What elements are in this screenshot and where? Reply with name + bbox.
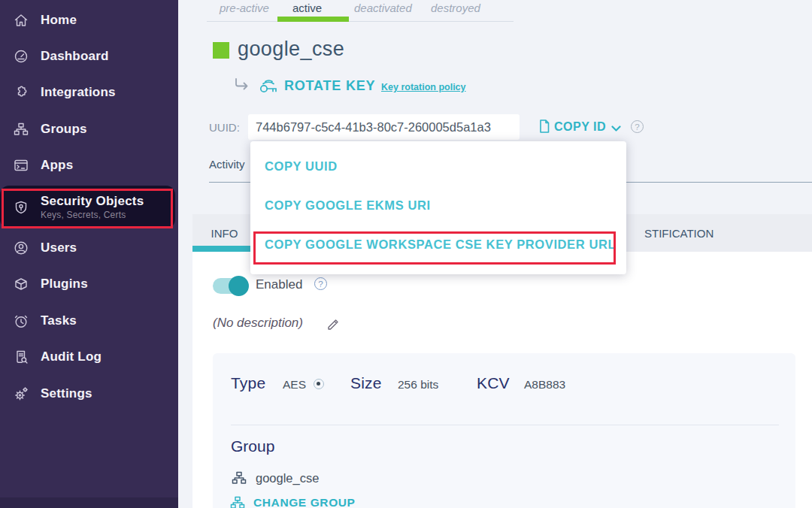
sidebar-item-home[interactable]: Home (13, 8, 77, 33)
uuid-value-field[interactable]: 744b6797-c5c4-41b3-80c7-260005d5a1a3 (248, 114, 520, 140)
type-label: Type (231, 374, 265, 392)
state-tab-deactivated[interactable]: deactivated (354, 2, 412, 14)
enabled-label: Enabled (256, 277, 302, 292)
sidebar-item-apps[interactable]: Apps (13, 153, 73, 178)
sidebar-item-label: Tasks (41, 313, 77, 328)
group-tree-icon (231, 470, 247, 486)
edit-pencil-icon[interactable] (326, 316, 341, 331)
group-row: google_cse (231, 470, 319, 486)
help-icon[interactable]: ? (314, 277, 327, 290)
sidebar-item-label: Apps (41, 158, 73, 173)
audit-log-icon (13, 349, 29, 365)
copy-icon[interactable] (537, 118, 552, 135)
tasks-icon (13, 313, 29, 329)
enabled-toggle[interactable] (213, 278, 247, 294)
copy-id-button[interactable]: COPY ID (554, 120, 606, 134)
sidebar-item-users[interactable]: Users (13, 235, 77, 261)
menu-item-copy-uuid[interactable]: COPY UUID (265, 159, 338, 176)
change-group-label: CHANGE GROUP (253, 496, 356, 508)
settings-icon (13, 386, 29, 402)
sidebar-item-label: Users (41, 240, 77, 256)
sidebar-item-settings[interactable]: Settings (13, 381, 92, 407)
change-group-button[interactable]: CHANGE GROUP (229, 494, 356, 508)
plugins-icon (13, 276, 29, 292)
app-root: Home Dashboard Integrations Groups Apps … (0, 0, 812, 508)
sidebar-item-label: Dashboard (41, 49, 109, 64)
state-tab-pre-active[interactable]: pre-active (220, 2, 269, 14)
sidebar-item-label: Groups (41, 122, 87, 137)
uuid-label: UUID: (209, 121, 240, 134)
description-placeholder: (No description) (213, 316, 303, 331)
sidebar-footer-strip (0, 497, 178, 508)
sidebar: Home Dashboard Integrations Groups Apps … (0, 0, 178, 508)
sidebar-item-label: Integrations (41, 85, 116, 100)
chevron-down-icon[interactable] (611, 125, 621, 132)
key-rotation-policy-link[interactable]: Key rotation policy (381, 82, 466, 92)
info-tab-indicator (192, 246, 256, 252)
sidebar-item-audit-log[interactable]: Audit Log (13, 344, 102, 370)
integrations-icon (13, 84, 29, 101)
groups-icon (13, 121, 29, 138)
toggle-knob (229, 276, 249, 296)
group-name: google_cse (256, 471, 319, 485)
sidebar-item-tasks[interactable]: Tasks (13, 308, 77, 334)
page-title: google_cse (238, 38, 344, 61)
return-arrow-icon (232, 77, 250, 95)
state-tab-active[interactable]: active (292, 2, 322, 14)
active-tab-indicator (277, 17, 349, 22)
menu-item-copy-google-ekms-uri[interactable]: COPY GOOGLE EKMS URI (265, 198, 431, 215)
key-status-swatch (213, 42, 229, 59)
group-section-label: Group (231, 437, 274, 455)
sidebar-item-integrations[interactable]: Integrations (13, 80, 116, 105)
kcv-label: KCV (477, 374, 510, 392)
home-icon (13, 12, 29, 29)
sidebar-item-label: Settings (41, 386, 92, 401)
annotation-box-security-objects (2, 189, 173, 228)
group-tree-icon (229, 494, 246, 508)
radio-icon (314, 379, 324, 389)
apps-icon (13, 157, 29, 174)
size-label: Size (350, 374, 382, 392)
kcv-value: A8B883 (524, 378, 565, 392)
sidebar-item-plugins[interactable]: Plugins (13, 271, 88, 297)
sidebar-item-dashboard[interactable]: Dashboard (13, 44, 109, 69)
sidebar-item-label: Plugins (41, 277, 88, 292)
users-icon (13, 240, 29, 256)
sidebar-item-label: Home (41, 13, 77, 28)
card-divider (231, 425, 779, 425)
state-tabs-divider (207, 21, 514, 22)
rotate-key-icon (258, 77, 279, 96)
size-value: 256 bits (398, 378, 438, 392)
help-icon[interactable]: ? (631, 120, 644, 133)
state-tab-destroyed[interactable]: destroyed (431, 2, 480, 14)
activity-section-label: Activity (209, 158, 245, 171)
tab-key-access-justification-partial[interactable]: STIFICATION (644, 214, 714, 252)
annotation-box-cse-menu-item (253, 231, 616, 265)
sidebar-item-label: Audit Log (41, 349, 102, 364)
key-attributes-card: Type AES Size 256 bits KCV A8B883 Group … (213, 353, 795, 508)
type-value: AES (283, 378, 306, 392)
dashboard-icon (13, 48, 29, 65)
rotate-key-button[interactable]: ROTATE KEY (284, 78, 375, 94)
sidebar-item-groups[interactable]: Groups (13, 116, 87, 142)
